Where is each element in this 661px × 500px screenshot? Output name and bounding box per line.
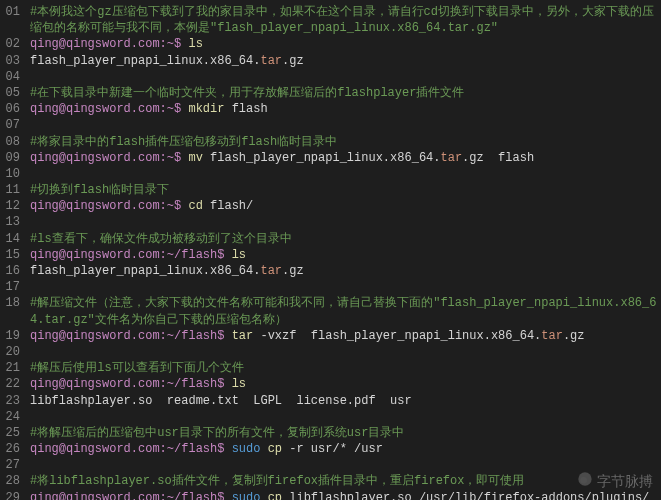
- line-content: [30, 457, 657, 473]
- code-line: 28#将libflashplayer.so插件文件，复制到firefox插件目录…: [0, 473, 661, 489]
- line-content: qing@qingsword.com:~/flash$ tar -vxzf fl…: [30, 328, 657, 344]
- token-pln: flash/: [203, 199, 253, 213]
- line-number: 16: [4, 263, 30, 279]
- code-line: 26qing@qingsword.com:~/flash$ sudo cp -r…: [0, 441, 661, 457]
- token-prm: qing@qingsword.com:~$: [30, 151, 188, 165]
- token-cmt: #在下载目录中新建一个临时文件夹，用于存放解压缩后的flashplayer插件文…: [30, 86, 464, 100]
- code-editor[interactable]: 01#本例我这个gz压缩包下载到了我的家目录中，如果不在这个目录，请自行cd切换…: [0, 4, 661, 500]
- token-cmd: ls: [232, 248, 246, 262]
- token-cmd: cp: [268, 491, 282, 500]
- line-content: flash_player_npapi_linux.x86_64.tar.gz: [30, 53, 657, 69]
- line-number: 26: [4, 441, 30, 457]
- code-line: 20: [0, 344, 661, 360]
- code-line: 18#解压缩文件（注意，大家下载的文件名称可能和我不同，请自己替换下面的"fla…: [0, 295, 661, 327]
- line-number: 13: [4, 214, 30, 230]
- line-content: qing@qingsword.com:~/flash$ ls: [30, 247, 657, 263]
- code-line: 25#将解压缩后的压缩包中usr目录下的所有文件，复制到系统usr目录中: [0, 425, 661, 441]
- code-line: 14#ls查看下，确保文件成功被移动到了这个目录中: [0, 231, 661, 247]
- token-pln: .gz: [563, 329, 585, 343]
- token-cmd: mv: [188, 151, 202, 165]
- line-number: 28: [4, 473, 30, 489]
- token-cmd: cd: [188, 199, 202, 213]
- token-cmt: #将libflashplayer.so插件文件，复制到firefox插件目录中，…: [30, 474, 524, 488]
- token-pln: flash_player_npapi_linux.x86_64.: [30, 54, 260, 68]
- token-cmt: #解压后使用ls可以查看到下面几个文件: [30, 361, 244, 375]
- code-line: 04: [0, 69, 661, 85]
- token-cmt: #切换到flash临时目录下: [30, 183, 169, 197]
- token-pln: .gz: [282, 54, 304, 68]
- token-pln: libflashplayer.so readme.txt LGPL licens…: [30, 394, 412, 408]
- code-line: 01#本例我这个gz压缩包下载到了我的家目录中，如果不在这个目录，请自行cd切换…: [0, 4, 661, 36]
- code-line: 06qing@qingsword.com:~$ mkdir flash: [0, 101, 661, 117]
- line-number: 24: [4, 409, 30, 425]
- line-number: 08: [4, 134, 30, 150]
- line-content: [30, 279, 657, 295]
- line-number: 01: [4, 4, 30, 36]
- code-line: 15qing@qingsword.com:~/flash$ ls: [0, 247, 661, 263]
- code-line: 07: [0, 117, 661, 133]
- line-number: 07: [4, 117, 30, 133]
- token-pln: [260, 442, 267, 456]
- token-cmt: #将解压缩后的压缩包中usr目录下的所有文件，复制到系统usr目录中: [30, 426, 404, 440]
- code-line: 22qing@qingsword.com:~/flash$ ls: [0, 376, 661, 392]
- token-pln: [260, 491, 267, 500]
- code-line: 12qing@qingsword.com:~$ cd flash/: [0, 198, 661, 214]
- code-line: 19qing@qingsword.com:~/flash$ tar -vxzf …: [0, 328, 661, 344]
- line-content: qing@qingsword.com:~$ mkdir flash: [30, 101, 657, 117]
- token-cmt: #将家目录中的flash插件压缩包移动到flash临时目录中: [30, 135, 337, 149]
- code-line: 05#在下载目录中新建一个临时文件夹，用于存放解压缩后的flashplayer插…: [0, 85, 661, 101]
- line-content: [30, 117, 657, 133]
- token-cmt: #本例我这个gz压缩包下载到了我的家目录中，如果不在这个目录，请自行cd切换到下…: [30, 5, 654, 35]
- token-pln: .gz: [282, 264, 304, 278]
- token-cmd: tar: [232, 329, 254, 343]
- line-content: [30, 344, 657, 360]
- token-prm: qing@qingsword.com:~/flash$: [30, 329, 232, 343]
- token-pln: libflashplayer.so /usr/lib/firefox-addon…: [282, 491, 649, 500]
- line-number: 29: [4, 490, 30, 500]
- line-content: #ls查看下，确保文件成功被移动到了这个目录中: [30, 231, 657, 247]
- line-number: 10: [4, 166, 30, 182]
- code-line: 29qing@qingsword.com:~/flash$ sudo cp li…: [0, 490, 661, 500]
- line-content: #将解压缩后的压缩包中usr目录下的所有文件，复制到系统usr目录中: [30, 425, 657, 441]
- line-content: #切换到flash临时目录下: [30, 182, 657, 198]
- token-pln: .gz flash: [462, 151, 534, 165]
- code-line: 16flash_player_npapi_linux.x86_64.tar.gz: [0, 263, 661, 279]
- line-content: qing@qingsword.com:~/flash$ sudo cp -r u…: [30, 441, 657, 457]
- line-number: 12: [4, 198, 30, 214]
- code-line: 23libflashplayer.so readme.txt LGPL lice…: [0, 393, 661, 409]
- line-number: 05: [4, 85, 30, 101]
- line-content: libflashplayer.so readme.txt LGPL licens…: [30, 393, 657, 409]
- line-content: [30, 214, 657, 230]
- line-content: #将家目录中的flash插件压缩包移动到flash临时目录中: [30, 134, 657, 150]
- line-number: 11: [4, 182, 30, 198]
- line-content: [30, 409, 657, 425]
- line-number: 02: [4, 36, 30, 52]
- line-number: 19: [4, 328, 30, 344]
- token-prm: qing@qingsword.com:~/flash$: [30, 377, 232, 391]
- line-number: 21: [4, 360, 30, 376]
- token-pln: -vxzf flash_player_npapi_linux.x86_64.: [253, 329, 541, 343]
- token-cmt: #ls查看下，确保文件成功被移动到了这个目录中: [30, 232, 292, 246]
- token-ext: tar: [440, 151, 462, 165]
- code-line: 13: [0, 214, 661, 230]
- line-number: 03: [4, 53, 30, 69]
- code-line: 10: [0, 166, 661, 182]
- token-prm: qing@qingsword.com:~$: [30, 102, 188, 116]
- line-content: [30, 166, 657, 182]
- line-content: #解压后使用ls可以查看到下面几个文件: [30, 360, 657, 376]
- line-content: qing@qingsword.com:~/flash$ sudo cp libf…: [30, 490, 657, 500]
- line-content: #本例我这个gz压缩包下载到了我的家目录中，如果不在这个目录，请自行cd切换到下…: [30, 4, 657, 36]
- token-prm: qing@qingsword.com:~$: [30, 199, 188, 213]
- token-ext: tar: [541, 329, 563, 343]
- line-number: 20: [4, 344, 30, 360]
- token-prm: qing@qingsword.com:~/flash$: [30, 491, 232, 500]
- line-content: qing@qingsword.com:~$ cd flash/: [30, 198, 657, 214]
- code-line: 09qing@qingsword.com:~$ mv flash_player_…: [0, 150, 661, 166]
- token-prm: qing@qingsword.com:~/flash$: [30, 442, 232, 456]
- code-line: 17: [0, 279, 661, 295]
- line-number: 15: [4, 247, 30, 263]
- code-line: 21#解压后使用ls可以查看到下面几个文件: [0, 360, 661, 376]
- code-line: 11#切换到flash临时目录下: [0, 182, 661, 198]
- line-content: #将libflashplayer.so插件文件，复制到firefox插件目录中，…: [30, 473, 657, 489]
- line-content: qing@qingsword.com:~$ ls: [30, 36, 657, 52]
